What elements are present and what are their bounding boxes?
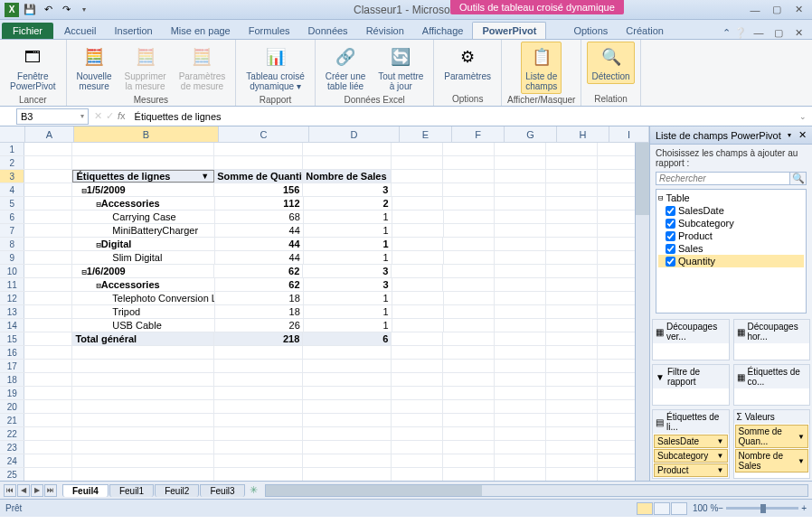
cell[interactable]: 1 <box>304 251 392 264</box>
cell[interactable] <box>495 170 546 182</box>
refresh-all-button[interactable]: 🔄Tout mettre à jour <box>373 42 428 94</box>
sheet-tab-feuil3[interactable]: Feuil3 <box>200 484 244 497</box>
close-button[interactable]: ✕ <box>790 4 807 16</box>
cell[interactable]: 3 <box>303 183 392 196</box>
cell[interactable]: 1 <box>304 224 392 237</box>
zoom-in-button[interactable]: + <box>801 503 807 513</box>
cell[interactable] <box>444 292 496 304</box>
cell[interactable] <box>495 414 546 426</box>
cell[interactable] <box>444 305 496 318</box>
field-checkbox[interactable] <box>666 257 675 267</box>
cell[interactable] <box>546 251 598 264</box>
cell[interactable] <box>303 454 392 467</box>
cell[interactable] <box>392 197 444 210</box>
tab-creation[interactable]: Création <box>617 23 673 39</box>
cell[interactable]: 156 <box>214 183 303 196</box>
cell[interactable] <box>546 265 598 277</box>
sheet-tab-feuil4[interactable]: Feuil4 <box>62 484 109 497</box>
cell[interactable] <box>546 197 598 210</box>
field-list-button[interactable]: 📋Liste de champs <box>521 42 562 94</box>
collapse-icon[interactable]: ⊟ <box>81 267 86 276</box>
cell[interactable]: 218 <box>214 332 303 345</box>
cell[interactable] <box>392 305 444 318</box>
save-button[interactable]: 💾 <box>22 2 38 18</box>
cell[interactable] <box>214 143 303 155</box>
select-all-corner[interactable] <box>0 126 25 142</box>
pivot-row-label[interactable]: ⊟Accessories <box>72 278 214 291</box>
zoom-slider[interactable] <box>726 507 798 510</box>
cell[interactable] <box>392 400 443 413</box>
cell[interactable] <box>546 387 598 399</box>
pivot-row-label[interactable]: ⊟Digital <box>72 238 214 250</box>
dropzone-values[interactable]: ΣValeurs Somme de Quan...▼Nombre de Sale… <box>733 409 811 479</box>
cell[interactable]: 1 <box>304 238 392 250</box>
cell[interactable] <box>443 346 495 359</box>
cell[interactable] <box>72 360 214 372</box>
tab-accueil[interactable]: Accueil <box>55 23 105 39</box>
sheet-tab-feuil1[interactable]: Feuil1 <box>109 484 154 497</box>
cell[interactable] <box>24 211 72 223</box>
cell[interactable] <box>443 468 495 481</box>
cell[interactable] <box>303 156 392 169</box>
cell[interactable] <box>546 441 598 454</box>
cell[interactable] <box>392 251 444 264</box>
cell[interactable] <box>495 319 546 332</box>
field-salesdate[interactable]: SalesDate <box>658 204 804 217</box>
cell[interactable] <box>392 332 443 345</box>
cell[interactable] <box>72 441 214 454</box>
collapse-icon[interactable]: ⊟ <box>96 281 100 290</box>
fieldlist-search-input[interactable] <box>656 172 790 185</box>
dropzone-report-filter[interactable]: ▼Filtre de rapport <box>652 364 730 406</box>
col-header-B[interactable]: B <box>74 126 219 142</box>
cell[interactable] <box>495 224 546 237</box>
doc-restore-button[interactable]: ▢ <box>770 26 787 39</box>
row-header[interactable]: 20 <box>0 400 24 413</box>
cell[interactable]: 3 <box>303 265 392 277</box>
cell[interactable] <box>392 238 444 250</box>
cell[interactable] <box>303 346 392 359</box>
row-header[interactable]: 6 <box>0 211 24 223</box>
cell[interactable] <box>546 468 598 481</box>
cell[interactable] <box>72 346 214 359</box>
cell[interactable] <box>495 238 546 250</box>
cell[interactable] <box>24 278 72 291</box>
cell[interactable] <box>546 156 598 169</box>
field-chip[interactable]: Nombre de Sales▼ <box>735 449 809 473</box>
maximize-button[interactable]: ▢ <box>769 4 785 16</box>
help-icon[interactable]: ❔ <box>734 27 747 39</box>
tab-formules[interactable]: Formules <box>240 23 299 39</box>
cell[interactable] <box>495 251 546 264</box>
pivot-row-label[interactable]: ⊟1/6/2009 <box>72 265 214 277</box>
cell[interactable] <box>303 414 392 426</box>
sheet-nav-next[interactable]: ▶ <box>31 484 43 497</box>
cell[interactable] <box>24 305 72 318</box>
tab-affichage[interactable]: Affichage <box>413 23 473 39</box>
cell[interactable] <box>214 400 303 413</box>
cell[interactable] <box>546 414 598 426</box>
col-header-D[interactable]: D <box>309 126 400 142</box>
row-header[interactable]: 13 <box>0 305 24 318</box>
cell[interactable] <box>495 332 546 345</box>
field-subcategory[interactable]: Subcategory <box>658 217 804 229</box>
cell[interactable] <box>495 468 546 481</box>
cell[interactable] <box>495 373 546 386</box>
cell[interactable] <box>392 292 444 304</box>
col-header-H[interactable]: H <box>557 126 609 142</box>
cell[interactable] <box>24 332 72 345</box>
cell[interactable] <box>214 156 303 169</box>
cell[interactable] <box>546 238 598 250</box>
cell[interactable] <box>24 251 72 264</box>
pivot-row-label[interactable]: Carrying Case <box>72 211 215 223</box>
cell[interactable]: 1 <box>304 319 392 332</box>
collapse-icon[interactable]: ⊟ <box>96 240 100 249</box>
cell[interactable] <box>443 414 495 426</box>
cell[interactable] <box>214 441 303 454</box>
pivot-row-label[interactable]: ⊟Accessories <box>72 197 214 210</box>
pivot-row-label[interactable]: MiniBatteryCharger <box>72 224 215 237</box>
cell[interactable] <box>24 346 72 359</box>
expand-formula-bar-icon[interactable]: ⌄ <box>794 112 812 121</box>
cell[interactable] <box>24 156 72 169</box>
cell[interactable] <box>303 143 392 155</box>
cell[interactable] <box>443 265 495 277</box>
cell[interactable] <box>546 373 598 386</box>
